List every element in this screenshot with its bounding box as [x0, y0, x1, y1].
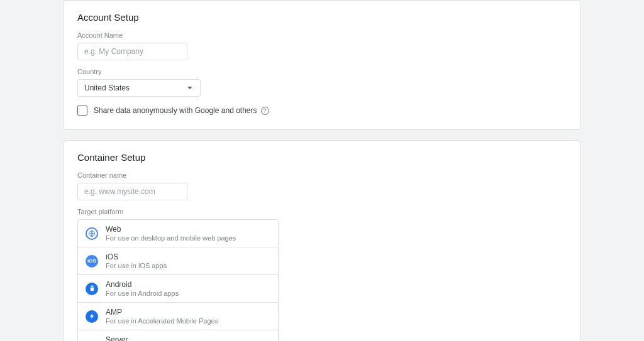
platform-text: iOS For use in iOS apps	[106, 252, 270, 269]
platform-text: Android For use in Android apps	[106, 280, 270, 297]
container-setup-card: Container Setup Container name Target pl…	[63, 140, 581, 341]
android-icon	[86, 283, 98, 295]
share-data-label: Share data anonymously with Google and o…	[94, 106, 269, 115]
web-icon	[86, 227, 98, 240]
share-data-row: Share data anonymously with Google and o…	[77, 106, 567, 116]
share-data-checkbox[interactable]	[77, 106, 87, 116]
account-setup-card: Account Setup Account Name Country Unite…	[63, 0, 581, 130]
platform-item-web[interactable]: Web For use on desktop and mobile web pa…	[78, 220, 278, 247]
platform-item-android[interactable]: Android For use in Android apps	[78, 275, 278, 303]
container-name-input[interactable]	[77, 183, 187, 200]
account-name-field-group: Account Name	[77, 31, 567, 60]
platform-item-amp[interactable]: AMP For use in Accelerated Mobile Pages	[78, 303, 278, 330]
amp-icon	[86, 310, 98, 323]
platform-item-ios[interactable]: iOS iOS For use in iOS apps	[78, 247, 278, 275]
account-name-label: Account Name	[77, 31, 567, 39]
container-setup-title: Container Setup	[77, 152, 567, 163]
platform-text: Server For server-side instrumentation a…	[106, 335, 238, 341]
platform-item-server[interactable]: Server For server-side instrumentation a…	[78, 330, 278, 341]
target-platform-list: Web For use on desktop and mobile web pa…	[77, 219, 279, 341]
help-icon[interactable]: ?	[261, 107, 269, 115]
platform-text: AMP For use in Accelerated Mobile Pages	[106, 308, 270, 325]
ios-icon: iOS	[86, 255, 98, 268]
chevron-down-icon	[187, 87, 192, 89]
account-setup-title: Account Setup	[77, 12, 567, 23]
platform-text: Web For use on desktop and mobile web pa…	[106, 225, 270, 242]
country-select-value: United States	[84, 84, 130, 92]
container-name-field-group: Container name	[77, 171, 567, 200]
country-field-group: Country United States	[77, 68, 567, 97]
country-select[interactable]: United States	[77, 79, 201, 97]
target-platform-label: Target platform	[77, 208, 567, 215]
container-name-label: Container name	[77, 171, 567, 179]
country-label: Country	[77, 68, 567, 75]
account-name-input[interactable]	[77, 43, 187, 60]
